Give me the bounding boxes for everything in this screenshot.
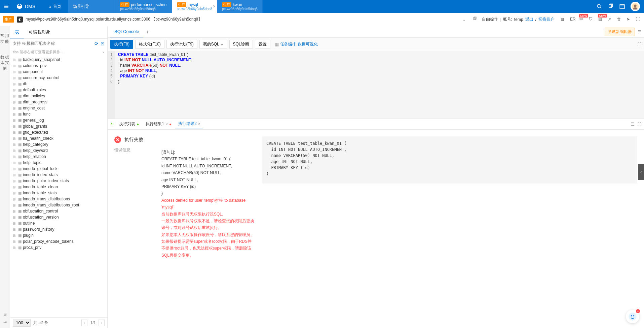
expand-icon[interactable]: ⊞ (13, 191, 17, 195)
expand-icon[interactable]: ⊞ (13, 228, 17, 231)
expand-icon[interactable]: ⊞ (13, 155, 17, 159)
expand-icon[interactable]: ⊞ (13, 173, 17, 177)
table-item[interactable]: ⊞▦help_relation (10, 154, 107, 160)
task-schedule-link[interactable]: 任务编排 (280, 41, 296, 47)
expand-icon[interactable]: ⊞ (13, 216, 17, 219)
table-item[interactable]: ⊞▦component (10, 69, 107, 75)
next-page-button[interactable]: › (99, 320, 105, 326)
table-item[interactable]: ⊞▦dlm_progress (10, 99, 107, 105)
expand-icon[interactable]: ⊞ (13, 58, 17, 62)
expand-icon[interactable]: ⊞ (13, 240, 17, 243)
table-item[interactable]: ⊞▦procs_priv (10, 244, 107, 251)
table-item[interactable]: ⊞▦global_grants (10, 123, 107, 129)
expand-icon[interactable]: ⊞ (13, 70, 17, 74)
expand-icon[interactable]: ⊞ (13, 222, 17, 225)
expand-icon[interactable]: ⊞ (13, 234, 17, 237)
table-item[interactable]: ⊞▦outline (10, 220, 107, 226)
table-item[interactable]: ⊞▦dlm_policies (10, 93, 107, 99)
table-item[interactable]: ⊞▦password_history (10, 226, 107, 232)
sidebar-tab-表[interactable]: 表 (10, 26, 24, 38)
expand-editor-icon[interactable]: ⛶ (637, 42, 641, 47)
header-tab-performance_scherr[interactable]: 生产performance_scherrpc-wz98h66y9ain5dnq8 (115, 0, 172, 13)
try-new-editor-button[interactable]: 尝试新编辑器 (605, 28, 635, 36)
tips-close-icon[interactable]: × (103, 50, 105, 54)
close-result2-icon[interactable]: × (198, 122, 200, 126)
menu-toggle[interactable] (0, 0, 13, 13)
expand-icon[interactable]: ⊞ (13, 100, 17, 104)
expand-icon[interactable]: ⊞ (13, 64, 17, 68)
send-icon[interactable]: ➤ (627, 17, 632, 22)
expand-icon[interactable]: ⊞ (13, 125, 17, 128)
sql-console-tab[interactable]: SQLConsole (110, 26, 143, 37)
close-result1-icon[interactable]: × (165, 122, 168, 127)
expand-icon[interactable]: ⊞ (13, 119, 17, 122)
copy-connection-icon[interactable] (470, 17, 479, 22)
table-item[interactable]: ⊞▦engine_cost (10, 105, 107, 111)
editor-code[interactable]: CREATE TABLE test_table_kwan_01 ( id INT… (115, 51, 195, 119)
expand-icon[interactable]: ⊞ (13, 82, 17, 86)
content-menu-icon[interactable]: ☰ (638, 30, 641, 34)
header-tab-首页[interactable]: ⌂首页 (41, 0, 68, 13)
table-item[interactable]: ⊞▦plugin (10, 232, 107, 238)
table-item[interactable]: ⊞▦innodb_index_stats (10, 172, 107, 178)
rail-db-instances[interactable]: 数据库实例 (0, 55, 10, 71)
plan-button[interactable]: 执行计划(F9) (166, 40, 197, 49)
diagnose-button[interactable]: SQL诊断 (229, 40, 253, 49)
expand-icon[interactable]: ⊞ (13, 76, 17, 80)
result-tab-1[interactable]: 执行结果1 × ● (143, 119, 174, 129)
expand-icon[interactable]: ⊞ (13, 179, 17, 183)
expand-icon[interactable]: ⊞ (13, 185, 17, 189)
mysql-dropdown[interactable]: 我的SQL ⌄ (199, 40, 227, 49)
table-item[interactable]: ⊞▦innodb_trans_distributions_root (10, 202, 107, 208)
sidebar-tab-可编程对象[interactable]: 可编程对象 (24, 26, 55, 38)
sql-editor[interactable]: 123456 CREATE TABLE test_table_kwan_01 (… (108, 51, 644, 119)
grid-icon[interactable]: ▦ (561, 17, 566, 22)
assistant-launcher[interactable]: − (626, 310, 641, 325)
table-item[interactable]: ⊞▦ha_health_check (10, 135, 107, 141)
fullscreen-icon[interactable]: ⛶ (636, 17, 641, 22)
user-avatar[interactable] (631, 2, 640, 11)
table-item[interactable]: ⊞▦backquery_snapshot (10, 57, 107, 63)
shield-icon[interactable]: ⛉ (589, 17, 594, 22)
expand-icon[interactable]: ⊞ (13, 149, 17, 153)
doc-icon[interactable]: ▤NEW (598, 17, 604, 22)
calendar-icon[interactable] (619, 3, 625, 9)
table-item[interactable]: ⊞▦obfuscation_version (10, 214, 107, 220)
header-tab-场景引导[interactable]: 场景引导 (68, 0, 115, 13)
expand-icon[interactable]: ⊞ (13, 167, 17, 171)
rail-common[interactable]: 常用功能 (0, 33, 10, 44)
table-item[interactable]: ⊞▦obfuscation_control (10, 208, 107, 214)
header-tab-kwan[interactable]: 生产kwanpc-wz98h66y9ain5dnq8 (217, 0, 263, 13)
close-tab-icon[interactable]: × (213, 4, 216, 9)
expand-icon[interactable]: ⊞ (13, 197, 17, 201)
table-item[interactable]: ⊞▦help_category (10, 141, 107, 147)
expand-tree-icon[interactable]: ⊡ (101, 41, 105, 46)
rail-apps-icon[interactable]: ⊞ (3, 312, 7, 317)
table-search-input[interactable] (13, 41, 92, 46)
logo[interactable]: DMS (13, 3, 39, 10)
logout-link[interactable]: 退出 (525, 17, 533, 22)
table-item[interactable]: ⊞▦concurrency_control (10, 75, 107, 81)
table-item[interactable]: ⊞▦default_roles (10, 87, 107, 93)
switch-account-link[interactable]: 切换账户 (538, 17, 555, 22)
export-icon[interactable]: ↗ (608, 17, 613, 22)
expand-icon[interactable]: ⊞ (13, 106, 17, 110)
table-item[interactable]: ⊞▦gtid_executed (10, 129, 107, 135)
data-visual-link[interactable]: 数据可视化 (298, 41, 318, 47)
table-item[interactable]: ⊞▦polar_proxy_encode_tokens (10, 238, 107, 244)
table-item[interactable]: ⊞▦innodb_trans_distributions (10, 196, 107, 202)
expand-icon[interactable]: ⊞ (13, 246, 17, 250)
table-item[interactable]: ⊞▦help_topic (10, 160, 107, 166)
table-item[interactable]: ⊞▦help_keyword (10, 147, 107, 154)
copy-header-icon[interactable] (608, 3, 614, 9)
rail-collapse-icon[interactable]: ⇥ (3, 320, 7, 325)
expand-icon[interactable]: ⊞ (13, 143, 17, 146)
expand-icon[interactable]: ⊞ (13, 137, 17, 140)
expand-icon[interactable]: ⊞ (13, 112, 17, 116)
table-item[interactable]: ⊞▦general_log (10, 117, 107, 123)
execute-button[interactable]: 执行(F8) (110, 40, 133, 49)
result-tab-2[interactable]: 执行结果2 × (176, 119, 203, 129)
format-button[interactable]: 格式化(F10) (135, 40, 164, 49)
expand-icon[interactable]: ⊞ (13, 88, 17, 92)
search-icon[interactable] (596, 3, 602, 9)
